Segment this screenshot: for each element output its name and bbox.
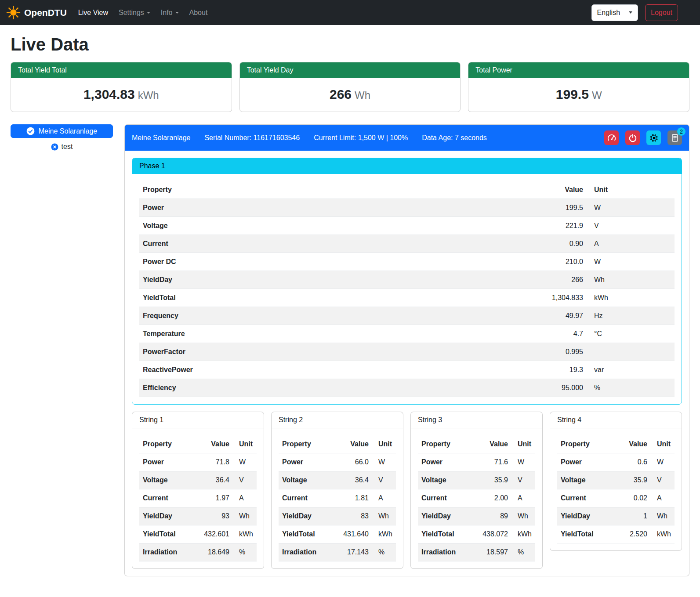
inverter-button-selected[interactable]: Meine Solaranlage bbox=[11, 124, 113, 138]
unit-cell: W bbox=[651, 453, 675, 471]
unit-cell: A bbox=[372, 489, 396, 507]
value-cell: 4.7 bbox=[530, 325, 587, 343]
summary-card: Total Yield Day 266Wh bbox=[239, 62, 461, 112]
property-cell: YieldDay bbox=[139, 507, 193, 525]
table-header-row: Property Value Unit bbox=[418, 435, 535, 453]
column-header-unit: Unit bbox=[651, 435, 675, 453]
column-header-property: Property bbox=[139, 435, 193, 453]
summary-card-title: Total Yield Day bbox=[240, 62, 461, 78]
property-cell: PowerFactor bbox=[139, 343, 530, 361]
inverter-button-label: Meine Solaranlage bbox=[39, 127, 97, 135]
inverter-button-test[interactable]: test bbox=[11, 142, 113, 151]
nav-item-settings-label: Settings bbox=[119, 7, 144, 18]
table-row: Efficiency 95.000 % bbox=[139, 379, 675, 397]
property-cell: YieldTotal bbox=[139, 289, 530, 307]
property-cell: Frequency bbox=[139, 307, 530, 325]
unit-cell: Wh bbox=[372, 507, 396, 525]
property-cell: YieldTotal bbox=[557, 525, 611, 543]
unit-cell: Wh bbox=[233, 507, 257, 525]
unit-cell: var bbox=[587, 361, 675, 379]
table-row: Irradiation 17.143 % bbox=[279, 543, 396, 561]
unit-cell: V bbox=[511, 471, 535, 489]
value-cell: 36.4 bbox=[193, 471, 233, 489]
property-cell: Voltage bbox=[139, 217, 530, 235]
logout-button[interactable]: Logout bbox=[645, 4, 678, 21]
column-header-property: Property bbox=[279, 435, 333, 453]
unit-cell: °C bbox=[587, 325, 675, 343]
property-cell: YieldDay bbox=[418, 507, 472, 525]
nav-item-info[interactable]: Info bbox=[156, 4, 184, 22]
value-cell: 49.97 bbox=[530, 307, 587, 325]
column-header-value: Value bbox=[472, 435, 511, 453]
inverter-panel-body: Phase 1 Property Value Unit bbox=[125, 151, 689, 576]
property-cell: Current bbox=[279, 489, 333, 507]
table-row: Temperature 4.7 °C bbox=[139, 325, 675, 343]
column-header-property: Property bbox=[139, 181, 530, 199]
summary-cards-row: Total Yield Total 1,304.83kWh Total Yiel… bbox=[11, 62, 689, 112]
table-row: Power 71.6 W bbox=[418, 453, 535, 471]
table-row: YieldTotal 1,304.833 kWh bbox=[139, 289, 675, 307]
limit-settings-button[interactable] bbox=[604, 130, 619, 145]
summary-card-unit: kWh bbox=[138, 89, 159, 101]
brand-name: OpenDTU bbox=[24, 6, 67, 20]
summary-card-unit: W bbox=[592, 89, 602, 101]
current-limit: Current Limit: 1,500 W | 100% bbox=[314, 133, 408, 143]
value-cell: 1.81 bbox=[333, 489, 372, 507]
nav-item-live-view[interactable]: Live View bbox=[73, 4, 113, 22]
column-header-property: Property bbox=[418, 435, 472, 453]
serial-number: Serial Number: 116171603546 bbox=[204, 133, 300, 143]
property-cell: Efficiency bbox=[139, 379, 530, 397]
table-row: Frequency 49.97 Hz bbox=[139, 307, 675, 325]
chevron-down-icon bbox=[147, 12, 150, 14]
string-card-1: String 1 Property Value Unit bbox=[132, 412, 264, 569]
property-cell: Temperature bbox=[139, 325, 530, 343]
column-header-unit: Unit bbox=[233, 435, 257, 453]
value-cell: 2.520 bbox=[611, 525, 651, 543]
unit-cell: Hz bbox=[587, 307, 675, 325]
property-cell: YieldDay bbox=[279, 507, 333, 525]
event-log-button[interactable]: 2 bbox=[667, 130, 682, 145]
summary-card-unit: Wh bbox=[355, 89, 370, 101]
brand[interactable]: OpenDTU bbox=[6, 5, 67, 20]
unit-cell: W bbox=[372, 453, 396, 471]
string-title: String 3 bbox=[411, 412, 542, 428]
unit-cell: W bbox=[511, 453, 535, 471]
value-cell: 0.02 bbox=[611, 489, 651, 507]
unit-cell: Wh bbox=[651, 507, 675, 525]
unit-cell: kWh bbox=[511, 525, 535, 543]
data-age: Data Age: 7 seconds bbox=[422, 133, 487, 143]
table-header-row: Property Value Unit bbox=[139, 181, 675, 199]
table-row: YieldDay 93 Wh bbox=[139, 507, 257, 525]
nav-item-about[interactable]: About bbox=[184, 4, 213, 22]
column-header-value: Value bbox=[333, 435, 372, 453]
power-button[interactable] bbox=[625, 130, 640, 145]
property-cell: ReactivePower bbox=[139, 361, 530, 379]
value-cell: 36.4 bbox=[333, 471, 372, 489]
inverter-panel-header: Meine Solaranlage Serial Number: 1161716… bbox=[125, 125, 689, 151]
nav-item-settings[interactable]: Settings bbox=[113, 4, 156, 22]
unit-cell: A bbox=[651, 489, 675, 507]
value-cell: 1.97 bbox=[193, 489, 233, 507]
event-count-badge: 2 bbox=[677, 127, 685, 136]
language-select[interactable]: English bbox=[591, 4, 638, 21]
property-cell: Power DC bbox=[139, 253, 530, 271]
chevron-down-icon bbox=[175, 12, 179, 14]
unit-cell: Wh bbox=[511, 507, 535, 525]
value-cell: 1,304.833 bbox=[530, 289, 587, 307]
summary-card-title: Total Yield Total bbox=[11, 62, 232, 78]
property-cell: Voltage bbox=[139, 471, 193, 489]
value-cell: 89 bbox=[472, 507, 511, 525]
table-row: Power 199.5 W bbox=[139, 199, 675, 217]
unit-cell: % bbox=[372, 543, 396, 561]
column-header-value: Value bbox=[530, 181, 587, 199]
device-info-button[interactable] bbox=[646, 130, 661, 145]
value-cell: 438.072 bbox=[472, 525, 511, 543]
unit-cell: kWh bbox=[372, 525, 396, 543]
table-row: Power DC 210.0 W bbox=[139, 253, 675, 271]
column-header-property: Property bbox=[557, 435, 611, 453]
string-title: String 1 bbox=[132, 412, 264, 428]
property-cell: Power bbox=[418, 453, 472, 471]
column-header-value: Value bbox=[611, 435, 651, 453]
unit-cell: W bbox=[587, 199, 675, 217]
value-cell: 19.3 bbox=[530, 361, 587, 379]
